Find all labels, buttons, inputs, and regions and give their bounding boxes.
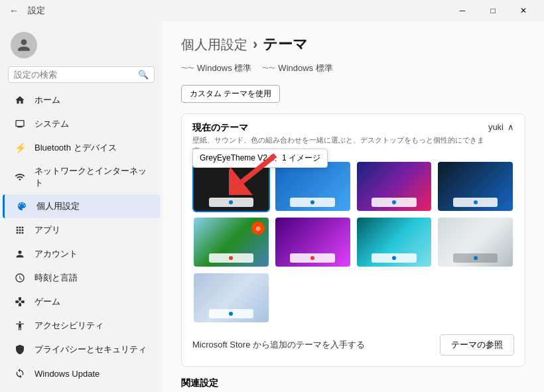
title-bar-left: ← 設定 <box>5 4 45 17</box>
sidebar-item-label: ネットワークとインターネット <box>34 165 149 189</box>
theme-card-light[interactable] <box>437 216 514 268</box>
sidebar-item-label: アクセシビリティ <box>34 320 103 332</box>
maximize-button[interactable]: □ <box>478 0 508 21</box>
theme-card-nature[interactable]: ⊕ <box>192 216 270 268</box>
sidebar-item-label: Windows Update <box>34 369 100 379</box>
sidebar-item-label: アプリ <box>34 224 60 236</box>
sidebar-item-bluetooth[interactable]: ⚡ Bluetooth とデバイス <box>3 136 160 160</box>
wave-icon-0: 〜〜 <box>181 64 194 73</box>
bluetooth-icon: ⚡ <box>13 141 27 155</box>
sidebar-item-time[interactable]: 時刻と言語 <box>3 266 160 290</box>
theme-card-dark[interactable] <box>192 161 270 212</box>
chevron-up-icon: ∧ <box>508 122 514 132</box>
theme-card-colorful[interactable] <box>356 216 433 268</box>
sub-tab-label-0: Windows 標準 <box>197 62 251 74</box>
sidebar-item-personalization[interactable]: 個人用設定 <box>3 194 160 218</box>
sidebar-item-home[interactable]: ホーム <box>3 88 160 112</box>
wave-icon-1: 〜〜 <box>262 64 275 73</box>
store-text: Microsoft Store から追加のテーマを入手する <box>192 339 365 351</box>
theme-card-bluesoft[interactable] <box>192 272 270 324</box>
theme-bg-nature: ⊕ <box>194 218 269 267</box>
mini-taskbar <box>453 253 498 263</box>
breadcrumb-separator: › <box>253 36 257 53</box>
mini-taskbar <box>290 253 335 263</box>
theme-bg-colorful <box>357 218 432 267</box>
sidebar-item-privacy[interactable]: プライバシーとセキュリティ <box>3 338 160 361</box>
taskbar-dot <box>474 200 478 204</box>
sidebar-item-label: Bluetooth とデバイス <box>34 142 117 154</box>
mini-taskbar <box>372 253 417 263</box>
sub-tabs: 〜〜 Windows 標準 〜〜 Windows 標準 <box>181 60 525 77</box>
theme-card-win11[interactable] <box>356 161 433 212</box>
mini-taskbar <box>209 198 254 207</box>
current-theme-section: 現在のテーマ 壁紙、サウンド、色の組み合わせを一緒に選ぶと、デスクトップをもっと… <box>181 113 525 367</box>
title-bar-controls: ─ □ ✕ <box>447 0 539 21</box>
search-icon: 🔍 <box>138 70 149 80</box>
theme-bg-bluesoft <box>194 273 269 322</box>
person-icon <box>13 247 27 261</box>
sub-tab-label-1: Windows 標準 <box>278 62 332 74</box>
theme-card-blue[interactable] <box>274 161 352 212</box>
update-icon <box>13 367 27 380</box>
theme-tooltip: GreyEyeTheme V2.1、1 イメージ <box>192 149 328 168</box>
sidebar-item-apps[interactable]: アプリ <box>3 218 160 242</box>
overwatch-icon: ⊕ <box>251 222 265 235</box>
sidebar-item-label: ホーム <box>34 94 60 106</box>
current-theme-right[interactable]: yuki ∧ <box>488 122 514 132</box>
theme-bg-win11 <box>357 162 432 211</box>
sidebar-item-windows-update[interactable]: Windows Update <box>3 361 160 385</box>
palette-icon <box>15 200 29 213</box>
theme-bg-gradient1 <box>438 162 513 211</box>
theme-bg-light <box>438 218 513 267</box>
wifi-icon <box>13 170 27 184</box>
sidebar-item-label: 個人用設定 <box>36 200 80 212</box>
breadcrumb-parent[interactable]: 個人用設定 <box>181 36 247 54</box>
search-box[interactable]: 🔍 <box>8 66 155 83</box>
custom-theme-button[interactable]: カスタム テーマを使用 <box>181 85 280 103</box>
theme-card-purple[interactable] <box>274 216 352 268</box>
store-row: Microsoft Store から追加のテーマを入手する テーマの参照 <box>192 332 514 358</box>
mini-taskbar <box>209 253 254 263</box>
sidebar-item-network[interactable]: ネットワークとインターネット <box>3 160 160 194</box>
title-bar: ← 設定 ─ □ ✕ <box>0 0 544 21</box>
taskbar-dot <box>474 256 478 260</box>
sub-tab-0[interactable]: 〜〜 Windows 標準 <box>181 60 251 77</box>
theme-bg-blue <box>275 162 350 211</box>
taskbar-dot <box>310 200 314 204</box>
sidebar-item-label: プライバシーとセキュリティ <box>34 344 147 356</box>
main-content: 個人用設定 › テーマ 〜〜 Windows 標準 〜〜 Windows 標準 … <box>163 21 544 392</box>
taskbar-dot <box>229 200 233 204</box>
minimize-button[interactable]: ─ <box>447 0 478 21</box>
sidebar-item-gaming[interactable]: ゲーム <box>3 290 160 314</box>
search-input[interactable] <box>14 70 134 80</box>
mini-taskbar <box>290 198 335 207</box>
sidebar-item-system[interactable]: システム <box>3 112 160 136</box>
clock-icon <box>13 271 27 285</box>
mini-taskbar <box>209 309 254 318</box>
sidebar: 🔍 ホーム システム ⚡ Bluetooth とデバイス ネットワークとインター… <box>0 21 163 392</box>
accessibility-icon <box>13 319 27 332</box>
shield-icon <box>13 343 27 356</box>
avatar[interactable] <box>11 32 37 58</box>
taskbar-dot <box>310 256 314 260</box>
close-button[interactable]: ✕ <box>508 0 539 21</box>
theme-card-gradient1[interactable] <box>437 161 514 212</box>
browse-button[interactable]: テーマの参照 <box>440 334 514 356</box>
current-theme-title: 現在のテーマ <box>192 122 488 134</box>
theme-bg-purple <box>275 218 350 267</box>
sidebar-item-label: ゲーム <box>34 296 60 308</box>
apps-icon <box>13 224 27 237</box>
taskbar-dot <box>229 312 233 316</box>
sub-tab-1[interactable]: 〜〜 Windows 標準 <box>262 60 332 77</box>
sidebar-item-accounts[interactable]: アカウント <box>3 242 160 266</box>
related-section: 関連設定 <box>181 377 525 389</box>
gamepad-icon <box>13 295 27 308</box>
sidebar-item-label: アカウント <box>34 248 78 260</box>
sidebar-item-accessibility[interactable]: アクセシビリティ <box>3 314 160 338</box>
monitor-icon <box>13 117 27 131</box>
taskbar-dot <box>229 256 233 260</box>
taskbar-dot <box>392 256 396 260</box>
back-button[interactable]: ← <box>5 4 23 17</box>
related-title: 関連設定 <box>181 377 525 389</box>
app-body: 🔍 ホーム システム ⚡ Bluetooth とデバイス ネットワークとインター… <box>0 21 544 392</box>
